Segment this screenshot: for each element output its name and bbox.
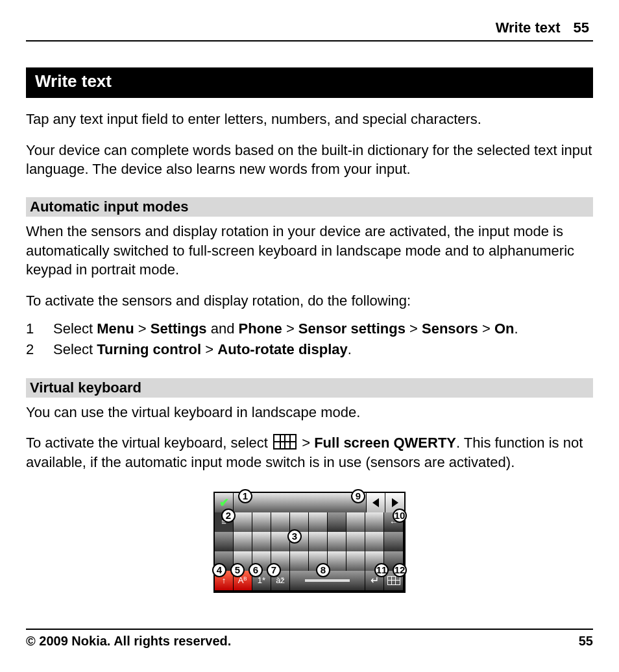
callout: 12 bbox=[393, 563, 407, 577]
step-list: 1 Select Menu > Settings and Phone > Sen… bbox=[26, 318, 593, 360]
callout: 9 bbox=[351, 489, 365, 503]
header-section: Write text bbox=[496, 19, 561, 36]
section-title: Write text bbox=[26, 67, 593, 98]
step-number: 2 bbox=[26, 339, 39, 360]
step: 1 Select Menu > Settings and Phone > Sen… bbox=[26, 318, 593, 339]
menu-path: Sensor settings bbox=[298, 320, 406, 337]
paragraph: To activate the virtual keyboard, select… bbox=[26, 433, 593, 472]
callout: 10 bbox=[393, 509, 407, 523]
step: 2 Select Turning control > Auto-rotate d… bbox=[26, 339, 593, 360]
step-text: Select Turning control > Auto-rotate dis… bbox=[53, 339, 352, 360]
key-textfield bbox=[234, 493, 367, 512]
manual-page: Write text 55 Write text Tap any text in… bbox=[0, 0, 619, 672]
footer-page: 55 bbox=[579, 634, 593, 649]
copyright: © 2009 Nokia. All rights reserved. bbox=[26, 634, 231, 649]
step-number: 1 bbox=[26, 318, 39, 339]
callout: 1 bbox=[238, 489, 252, 503]
key-move-left-icon bbox=[367, 493, 385, 512]
subheading: Virtual keyboard bbox=[26, 378, 593, 398]
keyboard-diagram: ✔ ≡ ← ↑ Aᴮ 1* bbox=[213, 492, 406, 593]
step-text: Select Menu > Settings and Phone > Senso… bbox=[53, 318, 518, 339]
callout: 7 bbox=[267, 563, 281, 577]
keyboard-icon bbox=[273, 434, 297, 450]
menu-path: Sensors bbox=[422, 320, 478, 337]
paragraph: Your device can complete words based on … bbox=[26, 141, 593, 179]
menu-path: Turning control bbox=[97, 341, 201, 357]
callout: 6 bbox=[249, 563, 263, 577]
callout: 4 bbox=[212, 563, 226, 577]
callout: 5 bbox=[230, 563, 245, 577]
page-footer: © 2009 Nokia. All rights reserved. 55 bbox=[26, 629, 593, 649]
menu-path: Settings bbox=[151, 320, 207, 337]
callout: 2 bbox=[221, 509, 236, 523]
callout: 3 bbox=[287, 529, 302, 544]
callout: 8 bbox=[316, 563, 330, 577]
paragraph: You can use the virtual keyboard in land… bbox=[26, 403, 593, 422]
paragraph: Tap any text input field to enter letter… bbox=[26, 110, 593, 129]
menu-path: Menu bbox=[97, 320, 134, 337]
menu-path: On bbox=[494, 320, 515, 337]
callout: 11 bbox=[374, 563, 389, 577]
menu-path: Auto-rotate display bbox=[217, 341, 347, 357]
paragraph: When the sensors and display rotation in… bbox=[26, 222, 593, 280]
running-header: Write text 55 bbox=[26, 19, 593, 42]
menu-path: Phone bbox=[239, 320, 282, 337]
menu-path: Full screen QWERTY bbox=[314, 435, 456, 451]
paragraph: To activate the sensors and display rota… bbox=[26, 291, 593, 311]
header-page: 55 bbox=[574, 19, 589, 36]
subheading: Automatic input modes bbox=[26, 197, 593, 217]
